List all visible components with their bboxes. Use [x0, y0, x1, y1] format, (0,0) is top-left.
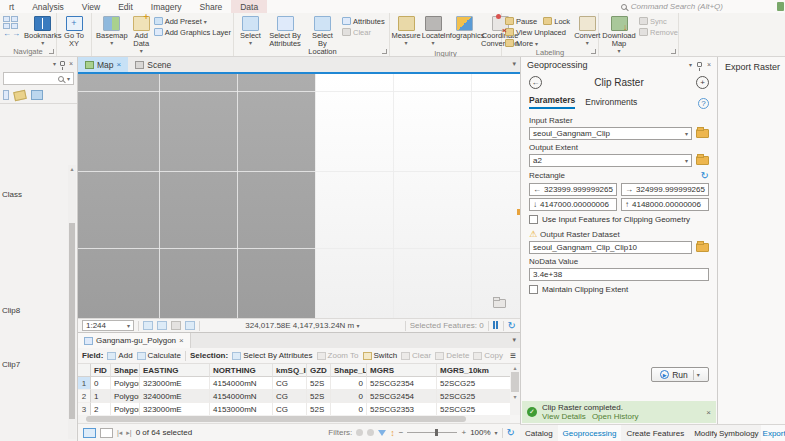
extent-north-input[interactable]: ↑ 4148000.00000006	[621, 198, 709, 211]
dock-tab-create-features[interactable]: Create Features	[621, 425, 689, 441]
table-cell[interactable]: 52S	[307, 390, 331, 403]
user-badge-icon[interactable]	[777, 2, 784, 11]
clear-selection-button[interactable]: Clear	[342, 27, 385, 37]
dock-tab-catalog[interactable]: Catalog	[520, 425, 558, 441]
layer-item-clip8[interactable]: Clip8	[2, 306, 20, 315]
next-extent-icon[interactable]: →	[12, 30, 20, 37]
map-canvas[interactable]	[78, 74, 520, 318]
browse-folder-icon[interactable]	[696, 129, 709, 138]
scroll-thumb[interactable]	[69, 223, 75, 419]
convert-labels-button[interactable]: Convert▾	[573, 15, 601, 47]
navigate-mini-buttons[interactable]: ←→	[3, 15, 20, 37]
add-graphics-layer-button[interactable]: Add Graphics Layer	[154, 27, 231, 37]
tab-imagery[interactable]: Imagery	[142, 0, 191, 13]
table-cell[interactable]: 0	[331, 377, 367, 390]
table-cell[interactable]: 1	[91, 390, 111, 403]
tab-share[interactable]: Share	[191, 0, 232, 13]
back-button[interactable]: ←	[529, 76, 542, 89]
pane-menu-icon[interactable]: ▾	[53, 60, 56, 67]
dialog-launcher-icon[interactable]	[671, 49, 676, 54]
column-header[interactable]: Shape_Leng	[331, 364, 367, 377]
table-tabs-menu-icon[interactable]: ▾	[512, 336, 516, 344]
select-by-location-button[interactable]: Select By Location	[306, 15, 339, 57]
run-options-icon[interactable]: ▾	[697, 371, 700, 378]
add-field-button[interactable]: Add	[107, 351, 132, 360]
zoom-out-table-icon[interactable]: −	[399, 428, 404, 437]
filter-option-icon[interactable]	[356, 429, 363, 436]
tab-map[interactable]: Map ×	[78, 57, 128, 72]
command-search-input[interactable]: Command Search (Alt+Q)	[621, 0, 723, 13]
selection-constraints-icon[interactable]	[143, 321, 153, 330]
zoom-to-button[interactable]: Zoom To	[317, 351, 359, 360]
table-menu-icon[interactable]: ≡	[510, 350, 516, 361]
show-all-records-icon[interactable]	[83, 428, 96, 438]
tab-analysis[interactable]: Analysis	[23, 0, 73, 13]
grid-toggle-icon[interactable]	[171, 321, 181, 330]
remove-button[interactable]: Remove	[639, 27, 678, 37]
row-selector[interactable]: 2	[78, 390, 91, 403]
infographics-button[interactable]: Infographics	[447, 15, 481, 41]
browse-folder-icon[interactable]	[696, 156, 709, 165]
map-coordinates[interactable]: 324,017.58E 4,147,913.24N m ▾	[204, 321, 401, 330]
table-cell[interactable]: Polygon	[111, 377, 140, 390]
table-cell[interactable]: 52SCG25	[437, 377, 510, 390]
select-by-attributes-button[interactable]: Select By Attributes	[267, 15, 303, 49]
first-record-icon[interactable]: |◂	[117, 429, 122, 437]
table-cell[interactable]: 0	[331, 390, 367, 403]
explore-tool-icon[interactable]	[31, 90, 43, 100]
table-cell[interactable]: 324000mE	[140, 390, 210, 403]
filter-option-icon[interactable]	[367, 429, 374, 436]
calculate-field-button[interactable]: Calculate	[137, 351, 181, 360]
layer-item-clip7[interactable]: Clip7	[2, 360, 20, 369]
close-pane-icon[interactable]: ×	[69, 60, 73, 67]
browse-folder-icon[interactable]	[696, 243, 709, 252]
extent-east-input[interactable]: → 324999.999999265	[621, 183, 709, 196]
close-table-tab-icon[interactable]: ×	[179, 336, 184, 345]
refresh-table-icon[interactable]: ↻	[507, 427, 515, 438]
dialog-launcher-icon[interactable]	[382, 49, 387, 54]
dock-tab-symbology[interactable]: Symbology	[717, 425, 761, 441]
scroll-thumb[interactable]	[511, 372, 519, 392]
column-header[interactable]: EASTING	[140, 364, 210, 377]
use-input-features-checkbox[interactable]	[529, 215, 538, 224]
previous-extent-icon[interactable]: ←	[3, 30, 11, 37]
dock-tab-export-raster[interactable]: Export R	[761, 425, 785, 441]
column-header[interactable]: MGRS_10km	[437, 364, 510, 377]
extent-south-input[interactable]: ↓ 4147000.00000006	[529, 198, 617, 211]
dock-tab-modify-features[interactable]: Modify Features	[689, 425, 717, 441]
copy-button[interactable]: Copy	[473, 351, 503, 360]
tab-gangnam-gu-polygon[interactable]: Gangnam-gu_Polygon ×	[78, 333, 191, 348]
pause-drawing-icon[interactable]	[493, 321, 499, 331]
pin-icon[interactable]	[60, 61, 65, 66]
table-cell[interactable]: 52SCG2354	[367, 377, 437, 390]
table-cell[interactable]: 0	[91, 377, 111, 390]
download-map-button[interactable]: Download Map▾	[602, 15, 636, 55]
scroll-up-icon[interactable]: ▴	[68, 165, 76, 172]
view-unplaced-button[interactable]: View Unplaced	[505, 27, 570, 37]
table-cell[interactable]: 4154000mN	[210, 390, 273, 403]
maintain-extent-checkbox[interactable]	[529, 285, 538, 294]
label-properties-icon[interactable]	[13, 89, 27, 100]
table-cell[interactable]: 4154000mN	[210, 377, 273, 390]
audio-icon[interactable]	[185, 321, 195, 330]
tab-insert-partial[interactable]: rt	[0, 0, 23, 13]
run-button[interactable]: ▶ Run ▾	[651, 367, 709, 382]
table-cell[interactable]: CG	[273, 377, 307, 390]
sort-updown-icon[interactable]: ↕	[390, 428, 395, 438]
column-header[interactable]: kmSQ_ID	[273, 364, 307, 377]
table-cell[interactable]: 323000mE	[140, 377, 210, 390]
column-header[interactable]: Shape	[111, 364, 140, 377]
help-icon[interactable]: ?	[698, 98, 709, 109]
column-header[interactable]: NORTHING	[210, 364, 273, 377]
tab-environments[interactable]: Environments	[585, 97, 637, 109]
lock-labeling-button[interactable]: Lock	[543, 16, 570, 26]
fixed-zoom-icon[interactable]	[11, 16, 18, 22]
clear-button[interactable]: Clear	[401, 351, 431, 360]
chevron-down-icon[interactable]: ▾	[495, 429, 498, 436]
scroll-up-icon[interactable]: ▴	[513, 365, 516, 371]
dialog-launcher-icon[interactable]	[49, 49, 54, 54]
layer-item-class[interactable]: Class	[2, 190, 22, 199]
measure-button[interactable]: Measure▾	[393, 15, 419, 47]
output-extent-combobox[interactable]: a2 ▾	[529, 154, 692, 167]
output-dataset-input[interactable]: seoul_Gangnam_Clip_Clip10	[529, 241, 692, 254]
